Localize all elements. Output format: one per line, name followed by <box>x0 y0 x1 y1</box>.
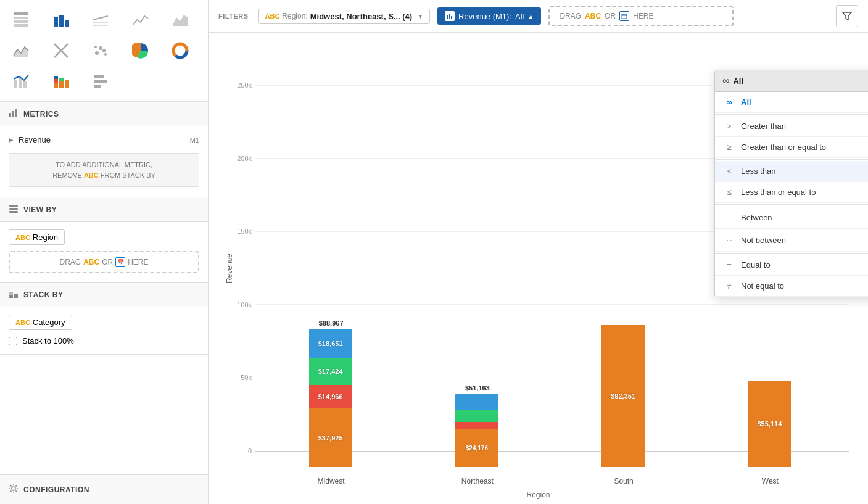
topbar-drag-zone[interactable]: DRAG ABC OR HERE <box>548 6 734 26</box>
stack-by-section-header[interactable]: STACK BY <box>0 283 208 307</box>
topbar-drag-abc: ABC <box>585 12 601 20</box>
svg-rect-39 <box>9 295 13 298</box>
chart-type-line[interactable] <box>125 5 157 35</box>
bar-midwest: $88,967 $37,925 $14,966 $17,424 $18,651 <box>309 320 353 467</box>
chart-type-area2[interactable] <box>5 36 37 65</box>
y-tick-100k: 100k <box>227 301 252 308</box>
chart-area: Revenue 250k 200k 150k 100k <box>209 33 868 504</box>
svg-rect-38 <box>9 211 18 213</box>
y-tick-200k: 200k <box>227 155 252 162</box>
chart-type-stacked-bar[interactable] <box>45 67 77 96</box>
metric-name: Revenue <box>19 135 51 144</box>
hint-line2: REMOVE <box>52 171 82 179</box>
calendar-icon: 📅 <box>115 257 125 267</box>
chart-type-ring[interactable] <box>164 36 196 65</box>
northeast-home <box>455 422 498 429</box>
config-icon <box>9 484 19 495</box>
svg-rect-2 <box>14 20 28 23</box>
svg-rect-36 <box>9 205 18 207</box>
metric-filter-pill[interactable]: Revenue (M1): All ▲ <box>437 7 541 25</box>
chart-type-bar-line[interactable] <box>5 67 37 96</box>
svg-rect-43 <box>447 15 448 19</box>
metrics-content: ▶ Revenue M1 TO ADD ADDITIONAL METRIC, R… <box>0 126 208 197</box>
filter-dropdown-arrow: ▼ <box>417 13 423 20</box>
dropdown-item-gte[interactable]: ≥ Greater than or equal to <box>715 137 868 158</box>
metric-pill-arrow: ▲ <box>528 13 534 20</box>
northeast-electronics <box>455 410 498 422</box>
metric-pill-value: All <box>515 12 524 21</box>
svg-rect-3 <box>14 24 28 27</box>
chart-type-table[interactable] <box>5 5 37 35</box>
metric-chevron[interactable]: ▶ <box>9 136 14 143</box>
svg-marker-50 <box>843 12 851 20</box>
y-tick-150k: 150k <box>227 228 252 235</box>
dropdown-item-all[interactable]: ∞ All <box>715 92 868 113</box>
dropdown-item-lte[interactable]: ≤ Less than or equal to <box>715 182 868 203</box>
configuration-label: CONFIGURATION <box>23 485 89 494</box>
y-tick-50k: 50k <box>227 374 252 381</box>
chart-type-x[interactable] <box>45 36 77 65</box>
view-by-abc: ABC <box>15 234 30 241</box>
chart-type-pie[interactable] <box>125 36 157 65</box>
topbar-calendar-icon <box>619 11 629 21</box>
topbar-drag-text3: HERE <box>633 12 653 20</box>
northeast-clothing <box>455 394 498 410</box>
stack-by-icon <box>9 289 19 300</box>
svg-rect-33 <box>9 113 11 117</box>
stack-by-dimension[interactable]: ABC Category <box>9 315 72 330</box>
chart-type-area[interactable] <box>164 5 196 35</box>
dropdown-item-between[interactable]: - - Between ? <box>715 206 868 229</box>
svg-rect-37 <box>9 208 18 210</box>
stack-100-label: Stack to 100% <box>22 336 74 345</box>
svg-rect-24 <box>54 83 58 88</box>
stack-by-abc: ABC <box>15 319 30 326</box>
x-label-northeast: Northeast <box>455 477 500 485</box>
dropdown-item-neq[interactable]: ≠ Not equal to <box>715 276 868 297</box>
dropdown-item-eq[interactable]: = Equal to <box>715 255 868 276</box>
west-outdoor: $55,114 <box>748 381 791 467</box>
svg-rect-29 <box>65 80 69 88</box>
region-label: Region: <box>282 12 307 20</box>
view-by-content: ABC Region DRAG ABC OR 📅 HERE <box>0 222 208 283</box>
dropdown-item-gt[interactable]: > Greater than <box>715 116 868 137</box>
svg-rect-21 <box>14 80 17 88</box>
svg-rect-41 <box>14 294 18 298</box>
chart-type-horizontal-bar[interactable] <box>85 67 117 96</box>
y-tick-250k: 250k <box>227 81 252 89</box>
region-filter-pill[interactable]: ABC Region: Midwest, Northeast, S... (4)… <box>258 9 431 24</box>
chart-type-grid <box>0 0 208 102</box>
x-label-west: West <box>748 477 792 485</box>
view-by-dimension[interactable]: ABC Region <box>9 229 65 245</box>
svg-rect-26 <box>54 76 58 79</box>
stack-by-content: ABC Category Stack to 100% <box>0 307 208 355</box>
dropdown-item-lt[interactable]: < Less than <box>715 161 868 182</box>
separator-1 <box>715 114 868 115</box>
x-label-south: South <box>601 477 646 485</box>
stack-100-checkbox[interactable] <box>9 337 17 345</box>
chart-type-scatter[interactable] <box>85 36 117 65</box>
view-by-section-header[interactable]: VIEW BY <box>0 197 208 222</box>
svg-point-18 <box>104 53 107 56</box>
bar-northeast: $51,163 $24,176 <box>455 384 500 467</box>
filter-button[interactable] <box>836 5 858 27</box>
svg-rect-22 <box>19 78 22 88</box>
view-by-drag-zone[interactable]: DRAG ABC OR 📅 HERE <box>9 251 199 273</box>
svg-rect-40 <box>9 292 13 295</box>
svg-marker-10 <box>173 15 188 26</box>
neq-icon: ≠ <box>724 281 735 291</box>
south-outdoor: $92,351 <box>601 325 645 467</box>
midwest-electronics: $17,424 <box>309 358 352 385</box>
midwest-outdoor: $37,925 <box>309 408 352 467</box>
chart-type-bar[interactable] <box>45 5 77 35</box>
svg-rect-32 <box>94 85 101 88</box>
metrics-section-header[interactable]: METRICS <box>0 102 208 126</box>
topbar-drag-text1: DRAG <box>560 12 581 20</box>
metric-pill-label: Revenue (M1): <box>458 12 511 21</box>
svg-rect-23 <box>23 81 27 88</box>
dropdown-item-notbetween[interactable]: · · Not between ? <box>715 229 868 252</box>
svg-rect-44 <box>449 14 450 19</box>
item-between-label: Between <box>741 213 772 222</box>
configuration-section[interactable]: CONFIGURATION <box>0 474 208 504</box>
chart-type-line-table[interactable] <box>85 5 117 35</box>
dropdown-header[interactable]: ∞ All ▲ <box>715 70 868 92</box>
